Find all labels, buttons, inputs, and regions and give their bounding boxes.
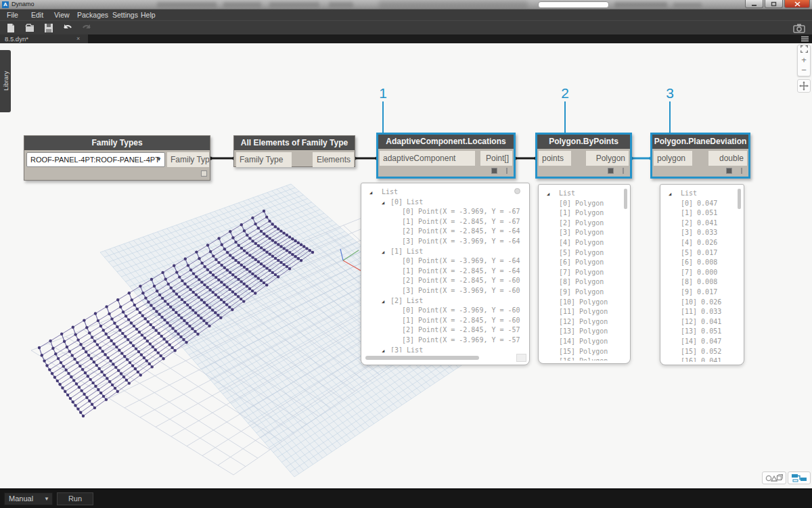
preview-row-text: [0] Polygon <box>559 200 604 207</box>
preview-row: ◢[0] List <box>361 198 525 208</box>
preview-row: [11] 0.033 <box>660 307 740 317</box>
preview-row: [0] Point(X = -3.969, Y = -60 <box>361 306 525 316</box>
input-port-adaptivecomponent[interactable]: adaptiveComponent <box>380 151 475 166</box>
horizontal-scrollbar[interactable] <box>365 356 479 360</box>
tab-close-icon[interactable]: × <box>76 34 80 43</box>
vertical-scrollbar[interactable] <box>738 189 741 209</box>
preview-row-text: [2] Point(X = -2.845, Y = -60 <box>402 277 520 284</box>
output-port-polygon[interactable]: Polygon <box>586 151 629 166</box>
preview-row: [2] Polygon <box>539 218 626 229</box>
node-all-elements-of-family-type[interactable]: All Elements of Family Type Family Type … <box>233 135 355 167</box>
expander-icon[interactable]: ◢ <box>669 189 681 200</box>
freeze-bar-icon[interactable] <box>623 168 624 174</box>
preview-row-text: [0] Point(X = -3.969, Y = -64 <box>402 257 520 264</box>
run-mode-dropdown[interactable]: Manual▼ <box>4 492 53 505</box>
tab-workspace[interactable]: 8.5.dyn* × <box>0 34 88 43</box>
input-port-points[interactable]: points <box>539 151 571 166</box>
blurred-title-text <box>379 1 528 9</box>
zoom-fit-icon[interactable] <box>798 45 810 55</box>
blurred-title-text <box>157 2 217 7</box>
family-type-dropdown[interactable]: ROOF-PANEL-4PT:ROOF-PANEL-4PT▼ <box>26 152 165 167</box>
lacing-icon[interactable] <box>726 168 732 174</box>
zoom-in-icon[interactable]: + <box>798 55 810 66</box>
expander-icon[interactable]: ◢ <box>382 297 390 307</box>
preview-row-text: [2] List <box>390 297 423 304</box>
output-port-point-array[interactable]: Point[] <box>480 151 512 166</box>
workspace-menu-icon[interactable] <box>801 36 809 42</box>
new-file-icon[interactable] <box>5 23 16 33</box>
preview-row-text: [2] Point(X = -2.845, Y = -57 <box>402 326 520 333</box>
output-port-family-type[interactable]: Family Type <box>167 152 209 167</box>
menu-file[interactable]: File <box>4 9 21 20</box>
input-port-family-type[interactable]: Family Type <box>236 152 292 167</box>
node-adaptivecomponent-locations[interactable]: AdaptiveComponent.Locations adaptiveComp… <box>376 133 516 179</box>
lacing-icon[interactable] <box>491 168 497 174</box>
preview-checkbox[interactable] <box>201 170 207 177</box>
output-port-double[interactable]: double <box>708 151 747 166</box>
node-title[interactable]: Family Types <box>24 136 210 150</box>
blurred-signin-text <box>673 3 702 7</box>
expander-icon[interactable]: ◢ <box>382 346 390 353</box>
step-marker-line <box>382 101 384 133</box>
node-family-types[interactable]: Family Types ROOF-PANEL-4PT:ROOF-PANEL-4… <box>24 135 210 181</box>
vertical-scrollbar[interactable] <box>624 189 627 209</box>
preview-bubble-polygons[interactable]: ◢List[0] Polygon[1] Polygon[2] Polygon[3… <box>538 184 631 364</box>
preview-row-text: [14] Polygon <box>559 338 608 345</box>
preview-row-text: [12] Polygon <box>559 318 608 325</box>
expander-icon[interactable]: ◢ <box>369 188 382 198</box>
preview-row: [3] 0.033 <box>660 228 740 238</box>
menu-help[interactable]: Help <box>138 9 158 20</box>
expander-icon[interactable]: ◢ <box>382 198 390 208</box>
output-port-elements[interactable]: Elements <box>313 152 354 167</box>
expander-icon[interactable]: ◢ <box>382 248 390 258</box>
library-flyout-tab[interactable]: Library <box>0 50 11 112</box>
node-title[interactable]: Polygon.ByPoints <box>537 135 630 149</box>
open-file-icon[interactable] <box>24 23 35 33</box>
node-title[interactable]: Polygon.PlaneDeviation <box>652 135 748 149</box>
window-minimize-button[interactable] <box>745 0 763 8</box>
redo-icon[interactable] <box>81 23 92 33</box>
node-title[interactable]: All Elements of Family Type <box>234 136 355 150</box>
freeze-bar-icon[interactable] <box>506 168 508 174</box>
input-port-polygon[interactable]: polygon <box>654 151 692 166</box>
window-restore-button[interactable] <box>765 0 783 8</box>
preview-row: [6] 0.008 <box>660 258 740 268</box>
node-polygon-planedeviation[interactable]: Polygon.PlaneDeviation polygon double <box>650 133 750 179</box>
graph-view-button[interactable] <box>788 471 811 484</box>
window-close-button[interactable] <box>784 0 810 8</box>
pan-tool-button[interactable] <box>797 79 811 93</box>
run-button[interactable]: Run <box>57 492 93 505</box>
export-image-camera-icon[interactable] <box>793 23 805 33</box>
zoom-out-icon[interactable]: − <box>798 66 810 76</box>
preview-row: [3] Point(X = -3.969, Y = -57 <box>361 336 525 346</box>
title-bar[interactable]: A Dynamo <box>0 0 812 9</box>
node-polygon-bypoints[interactable]: Polygon.ByPoints points Polygon <box>535 133 632 179</box>
geometry-view-button[interactable] <box>762 471 786 484</box>
expander-icon[interactable]: ◢ <box>547 189 559 200</box>
preview-row-text: [7] 0.000 <box>681 269 717 276</box>
menu-packages[interactable]: Packages <box>74 9 111 20</box>
preview-row: [2] 0.041 <box>660 218 740 229</box>
menu-settings[interactable]: Settings <box>110 9 141 20</box>
menu-edit[interactable]: Edit <box>28 9 46 20</box>
node-title[interactable]: AdaptiveComponent.Locations <box>378 135 514 149</box>
menu-view[interactable]: View <box>51 9 72 20</box>
preview-row-text: [1] Point(X = -2.845, Y = -64 <box>402 267 520 275</box>
preview-row: [4] Polygon <box>539 238 626 248</box>
preview-row: [10] Polygon <box>539 298 626 308</box>
preview-row-text: [1] Point(X = -2.845, Y = -67 <box>402 218 520 225</box>
save-icon[interactable] <box>43 23 54 33</box>
menu-bar: File Edit View Packages Settings Help <box>0 9 812 20</box>
undo-icon[interactable] <box>62 23 73 33</box>
freeze-bar-icon[interactable] <box>741 168 742 174</box>
lacing-icon[interactable] <box>608 168 614 174</box>
blurred-toolbar-icons <box>614 2 667 7</box>
preview-row-text: [0] List <box>390 198 423 206</box>
preview-bubble-adaptivecomponent[interactable]: ◢List◢[0] List[0] Point(X = -3.969, Y = … <box>361 183 530 365</box>
title-search-box[interactable] <box>538 1 609 8</box>
preview-row-text: [1] Polygon <box>559 209 604 216</box>
preview-row: [1] 0.051 <box>660 208 740 218</box>
preview-bubble-deviation[interactable]: ◢List[0] 0.047[1] 0.051[2] 0.041[3] 0.03… <box>660 184 744 365</box>
resize-grip[interactable] <box>516 354 526 362</box>
preview-row: [1] Point(X = -2.845, Y = -60 <box>361 316 525 326</box>
